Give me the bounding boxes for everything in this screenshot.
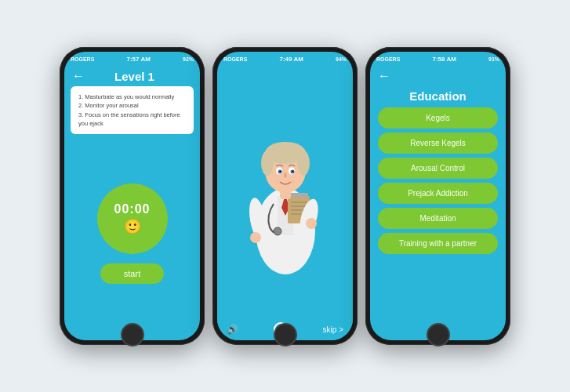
- phone-1-inner: ROGERS 7:57 AM 92% ← Level 1 1. Masturba…: [64, 52, 200, 340]
- phone-3-screen: ROGERS 7:58 AM 91% ← Education Kegels Re…: [370, 52, 506, 340]
- home-button-1[interactable]: [121, 323, 144, 347]
- svg-point-25: [276, 180, 279, 183]
- battery-2: 94%: [336, 56, 347, 62]
- phone-3-inner: ROGERS 7:58 AM 91% ← Education Kegels Re…: [370, 52, 506, 340]
- battery-3: 91%: [488, 56, 499, 62]
- doctor-svg: [234, 102, 336, 282]
- home-button-3[interactable]: [427, 323, 450, 347]
- battery-1: 92%: [183, 56, 194, 62]
- svg-point-18: [297, 151, 310, 176]
- timer-circle: 00:00 🙂: [97, 183, 168, 254]
- edu-btn-reverse-kegels[interactable]: Reverse Kegels: [378, 132, 498, 154]
- home-button-2[interactable]: [274, 323, 297, 347]
- instruction-1: 1. Masturbate as you would normally: [78, 93, 186, 101]
- carrier-3: ROGERS: [376, 56, 400, 62]
- svg-rect-5: [289, 193, 308, 198]
- time-3: 7:58 AM: [432, 56, 456, 63]
- edu-btn-kegels[interactable]: Kegels: [378, 107, 498, 129]
- phone-3-header: ←: [370, 66, 506, 86]
- carrier-1: ROGERS: [71, 56, 94, 62]
- smiley-icon: 🙂: [124, 218, 141, 235]
- phone-2-status-bar: ROGERS 7:49 AM 94%: [217, 52, 353, 66]
- phone-1-title: Level 1: [89, 70, 180, 83]
- phone-1-screen: ROGERS 7:57 AM 92% ← Level 1 1. Masturba…: [64, 52, 200, 340]
- svg-point-23: [279, 171, 281, 172]
- phone-3: ROGERS 7:58 AM 91% ← Education Kegels Re…: [365, 47, 510, 345]
- phone-3-title: Education: [370, 89, 506, 103]
- phone-1-header: ← Level 1: [64, 66, 200, 86]
- phone-2-inner: ROGERS 7:49 AM 94%: [217, 52, 353, 340]
- time-1: 7:57 AM: [126, 56, 150, 63]
- phone-2-screen: ROGERS 7:49 AM 94%: [217, 52, 353, 340]
- edu-btn-arousal-control[interactable]: Arousal Control: [378, 158, 498, 179]
- svg-point-17: [261, 151, 274, 176]
- education-list: Kegels Reverse Kegels Arousal Control Pr…: [370, 104, 506, 340]
- edu-btn-prejack-addiction[interactable]: Prejack Addiction: [378, 183, 498, 204]
- instruction-3: 3. Focus on the sensations right before …: [78, 111, 186, 129]
- svg-point-24: [292, 171, 293, 172]
- skip-label[interactable]: skip >: [323, 325, 343, 334]
- edu-btn-training-partner[interactable]: Training with a partner: [378, 233, 498, 254]
- svg-point-3: [274, 227, 281, 235]
- svg-point-26: [292, 180, 295, 183]
- phone-3-status-bar: ROGERS 7:58 AM 91%: [370, 52, 506, 66]
- instruction-2: 2. Monitor your arousal: [78, 101, 186, 110]
- carrier-2: ROGERS: [223, 56, 247, 62]
- volume-icon[interactable]: 🔊: [227, 324, 238, 335]
- svg-point-13: [306, 218, 317, 229]
- phone-1-timer-area: 00:00 🙂 start: [64, 134, 200, 340]
- time-2: 7:49 AM: [279, 56, 303, 63]
- phones-container: ROGERS 7:57 AM 92% ← Level 1 1. Masturba…: [44, 31, 526, 361]
- svg-point-12: [250, 232, 261, 243]
- back-arrow-1[interactable]: ←: [72, 69, 85, 83]
- back-arrow-3[interactable]: ←: [378, 69, 390, 83]
- phone-1-instructions: 1. Masturbate as you would normally 2. M…: [71, 86, 194, 134]
- timer-display: 00:00: [114, 202, 151, 216]
- phone-2: ROGERS 7:49 AM 94%: [212, 47, 358, 345]
- start-button[interactable]: start: [100, 263, 164, 284]
- edu-btn-meditation[interactable]: Meditation: [378, 208, 498, 229]
- phone-1-status-bar: ROGERS 7:57 AM 92%: [64, 52, 200, 66]
- doctor-area: [217, 66, 353, 318]
- phone-1: ROGERS 7:57 AM 92% ← Level 1 1. Masturba…: [60, 47, 205, 345]
